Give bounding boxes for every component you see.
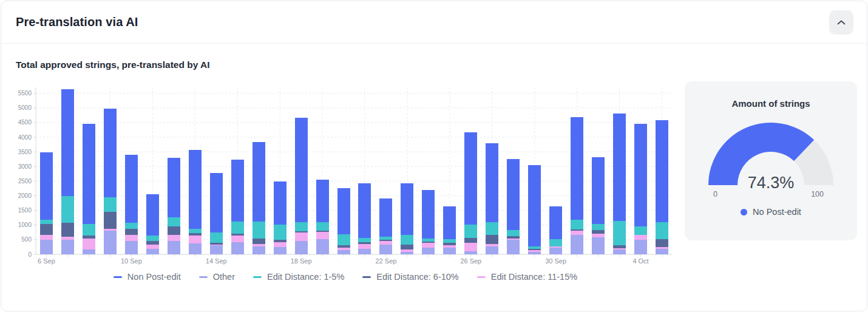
bar-segment[interactable] xyxy=(613,248,626,249)
bar-segment[interactable] xyxy=(40,240,53,254)
gauge-legend-item[interactable]: No Post-edit xyxy=(685,207,857,217)
bar-segment[interactable] xyxy=(549,239,562,247)
bar-segment[interactable] xyxy=(274,181,287,225)
bar-segment[interactable] xyxy=(104,197,117,212)
bar-segment[interactable] xyxy=(146,245,159,249)
bar-segment[interactable] xyxy=(61,223,74,237)
bar-segment[interactable] xyxy=(146,236,159,241)
bar-segment[interactable] xyxy=(422,248,435,254)
bar-segment[interactable] xyxy=(189,229,202,233)
legend-item[interactable]: Non Post-edit xyxy=(114,272,181,282)
bar-segment[interactable] xyxy=(295,222,308,231)
bar-segment[interactable] xyxy=(61,89,74,196)
bar-segment[interactable] xyxy=(507,230,520,236)
bar-segment[interactable] xyxy=(401,245,413,250)
bar-segment[interactable] xyxy=(61,240,74,254)
legend-item[interactable]: Edit Distance: 11-15% xyxy=(477,272,577,282)
bar-segment[interactable] xyxy=(125,229,138,235)
bar-segment[interactable] xyxy=(83,249,95,254)
bar-segment[interactable] xyxy=(571,220,583,229)
bar-segment[interactable] xyxy=(401,183,413,235)
bar-segment[interactable] xyxy=(104,229,117,231)
bar-segment[interactable] xyxy=(210,243,223,245)
bar-segment[interactable] xyxy=(613,245,626,248)
bar-segment[interactable] xyxy=(486,235,498,243)
bar-segment[interactable] xyxy=(295,241,308,254)
bar-segment[interactable] xyxy=(125,241,138,254)
bar-segment[interactable] xyxy=(613,114,626,222)
bar-segment[interactable] xyxy=(231,234,244,236)
bar-segment[interactable] xyxy=(40,152,53,220)
bar-segment[interactable] xyxy=(613,249,626,254)
bar-segment[interactable] xyxy=(358,244,371,249)
bar-segment[interactable] xyxy=(274,247,287,254)
bar-segment[interactable] xyxy=(253,222,265,239)
bar-segment[interactable] xyxy=(274,225,287,240)
bar-segment[interactable] xyxy=(656,249,668,254)
bar-segment[interactable] xyxy=(507,240,520,254)
bar-segment[interactable] xyxy=(549,246,562,248)
bar-segment[interactable] xyxy=(83,224,95,236)
bar-segment[interactable] xyxy=(231,236,244,242)
bar-segment[interactable] xyxy=(337,250,350,254)
bar-segment[interactable] xyxy=(253,142,265,222)
bar-segment[interactable] xyxy=(379,241,392,245)
bar-segment[interactable] xyxy=(104,212,117,229)
bar-segment[interactable] xyxy=(528,249,541,250)
bar-segment[interactable] xyxy=(528,250,541,252)
bar-segment[interactable] xyxy=(571,229,583,231)
bar-segment[interactable] xyxy=(125,235,138,242)
bar-segment[interactable] xyxy=(358,242,371,244)
bar-segment[interactable] xyxy=(358,249,371,254)
bar-segment[interactable] xyxy=(253,244,265,246)
bar-segment[interactable] xyxy=(507,239,520,240)
bar-segment[interactable] xyxy=(274,242,287,247)
bar-segment[interactable] xyxy=(316,180,329,222)
bar-segment[interactable] xyxy=(210,173,223,232)
bar-segment[interactable] xyxy=(422,190,435,239)
bar-segment[interactable] xyxy=(168,226,180,235)
bar-segment[interactable] xyxy=(464,225,477,238)
bar-segment[interactable] xyxy=(295,231,308,232)
bar-segment[interactable] xyxy=(379,245,392,254)
bar-segment[interactable] xyxy=(168,241,180,254)
bar-segment[interactable] xyxy=(146,249,159,254)
bar-segment[interactable] xyxy=(443,206,456,240)
bar-segment[interactable] xyxy=(210,232,223,243)
bar-segment[interactable] xyxy=(295,232,308,241)
bar-segment[interactable] xyxy=(168,235,180,241)
bar-segment[interactable] xyxy=(316,232,329,239)
bar-segment[interactable] xyxy=(486,244,498,246)
bar-chart-canvas[interactable]: 0500100015002000250030003500400045005000… xyxy=(16,81,675,266)
bar-segment[interactable] xyxy=(656,222,668,239)
bar-segment[interactable] xyxy=(146,241,159,245)
bar-segment[interactable] xyxy=(40,235,53,240)
bar-segment[interactable] xyxy=(337,248,350,250)
bar-segment[interactable] xyxy=(83,124,95,224)
bar-segment[interactable] xyxy=(464,251,477,254)
legend-item[interactable]: Edit Distance: 1-5% xyxy=(253,272,344,282)
bar-segment[interactable] xyxy=(571,231,583,235)
bar-segment[interactable] xyxy=(486,222,498,235)
bar-segment[interactable] xyxy=(422,239,435,242)
bar-segment[interactable] xyxy=(210,245,223,254)
bar-segment[interactable] xyxy=(125,223,138,228)
bar-segment[interactable] xyxy=(592,157,605,224)
bar-segment[interactable] xyxy=(61,196,74,222)
bar-segment[interactable] xyxy=(83,239,95,249)
bar-segment[interactable] xyxy=(571,235,583,254)
bar-segment[interactable] xyxy=(634,240,647,254)
bar-segment[interactable] xyxy=(401,252,413,254)
bar-segment[interactable] xyxy=(316,239,329,254)
bar-segment[interactable] xyxy=(613,221,626,245)
legend-item[interactable]: Other xyxy=(199,272,235,282)
bar-segment[interactable] xyxy=(189,243,202,254)
bar-segment[interactable] xyxy=(464,243,477,251)
bar-segment[interactable] xyxy=(656,247,668,249)
bar-segment[interactable] xyxy=(358,238,371,242)
bar-segment[interactable] xyxy=(189,150,202,229)
bar-segment[interactable] xyxy=(231,242,244,254)
bar-segment[interactable] xyxy=(549,248,562,254)
bar-segment[interactable] xyxy=(337,245,350,248)
bar-segment[interactable] xyxy=(486,143,498,223)
